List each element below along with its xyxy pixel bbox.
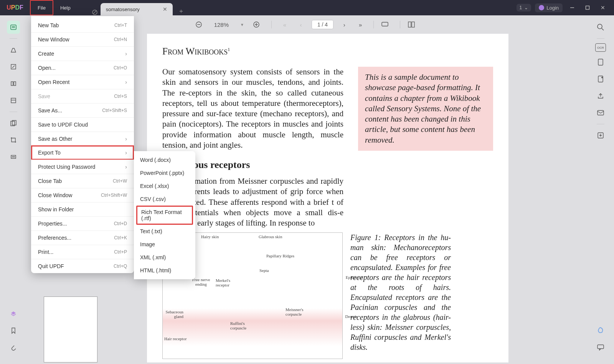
mi-label: Print... [38,249,53,255]
last-page-button[interactable]: » [355,21,366,28]
menu-close-tab[interactable]: Close Tab Ctrl+W [31,174,134,188]
presentation-button[interactable] [381,22,392,27]
menu-open[interactable]: Open... Ctrl+O [31,61,134,75]
mi-label: Save to UPDF Cloud [38,122,88,128]
compress-button[interactable] [594,56,607,69]
mi-label: Show in Folder [38,206,74,212]
comment-button[interactable] [594,341,607,354]
menu-preferences[interactable]: Preferences... Ctrl+K [31,231,134,245]
svg-rect-3 [586,6,589,10]
search-button[interactable] [594,21,607,34]
share-button[interactable] [594,89,607,102]
workspace-selector[interactable]: 1 ⌄ [517,4,531,12]
workspace-count: 1 [520,5,522,10]
export-xml[interactable]: XML (.xml) [134,251,195,264]
first-page-button[interactable]: « [279,21,290,28]
window-controls: 1 ⌄ Login ✕ [517,0,614,15]
paragraph-intro: Our somatosensory system consists of sen… [162,67,343,151]
menu-save-as[interactable]: Save As... Ctrl+Shift+S [31,103,134,117]
page-indicator[interactable]: 1 / 4 [312,20,333,29]
rail-redact-icon[interactable] [7,150,20,163]
fig-label: Sebaceous gland [160,310,183,319]
fig-label: Glabrous skin [259,234,282,239]
tab-close-icon[interactable]: ✕ [163,6,167,12]
next-page-button[interactable]: › [339,21,350,28]
svg-rect-8 [11,82,13,86]
menu-new-window[interactable]: New Window Ctrl+N [31,32,134,46]
email-button[interactable] [594,106,607,119]
view-mode-button[interactable] [408,21,419,28]
rail-highlighter-icon[interactable] [7,43,20,56]
menu-properties[interactable]: Properties... Ctrl+D [31,216,134,231]
login-button[interactable]: Login [535,3,563,12]
menu-save-cloud[interactable]: Save to UPDF Cloud [31,117,134,132]
file-menu-dropdown: New Tab Ctrl+T New Window Ctrl+N Create … [31,16,134,273]
page-thumbnail[interactable] [44,296,97,362]
zoom-dropdown[interactable]: ▼ [237,23,248,27]
svg-point-28 [601,77,603,78]
rail-attachment-icon[interactable] [7,341,20,354]
svg-line-25 [602,28,604,30]
tab-add-button[interactable]: ＋ [173,7,190,15]
section-heading: Cutaneous receptors [162,159,493,171]
maximize-button[interactable] [582,5,593,10]
zoom-in-button[interactable] [253,21,264,28]
export-txt[interactable]: Text (.txt) [134,225,195,238]
close-window-button[interactable]: ✕ [597,5,609,11]
menu-close-window[interactable]: Close Window Ctrl+Shift+W [31,188,134,202]
menu-show-in-folder[interactable]: Show in Folder [31,202,134,216]
mi-label: Save as Other [38,136,73,142]
rail-bookmark-icon[interactable] [7,324,20,337]
rail-form-icon[interactable] [7,94,20,107]
menu-quit[interactable]: Quit UPDF Ctrl+Q [31,259,134,273]
toolbar-separator [400,21,400,28]
minimize-button[interactable] [566,5,578,10]
save-button[interactable] [594,129,607,142]
rail-reader-icon[interactable] [7,21,20,34]
svg-rect-22 [408,22,411,27]
menu-save-other[interactable]: Save as Other › [31,132,134,146]
rail-pages-icon[interactable] [7,77,20,90]
rail-layers-icon[interactable] [7,307,20,320]
tab-doc-icon [89,9,101,15]
export-rtf[interactable]: Rich Text Format (.rtf) [136,206,193,225]
export-xlsx[interactable]: Excel (.xlsx) [134,180,195,193]
prev-page-button[interactable]: ‹ [295,21,306,28]
tab-title: somatosensory [106,7,140,12]
export-csv[interactable]: CSV (.csv) [134,193,195,206]
zoom-out-button[interactable] [195,21,206,28]
svg-rect-4 [11,25,16,30]
mi-shortcut: Ctrl+W [113,178,127,184]
menu-file[interactable]: File [30,0,53,15]
export-image[interactable]: Image [134,238,195,251]
mi-label: Properties... [38,221,67,227]
heading-text: From Wikibooks [162,46,228,56]
menu-export-to[interactable]: Export To › [31,145,134,160]
export-html[interactable]: HTML (.html) [134,264,195,277]
menu-protect[interactable]: Protect Using Password › [31,160,134,174]
export-pptx[interactable]: PowerPoint (.pptx) [134,166,195,180]
menu-open-recent[interactable]: Open Recent › [31,75,134,89]
title-bar: UPDF File Help somatosensory ✕ ＋ 1 ⌄ Log… [0,0,614,15]
rail-separator [10,112,17,112]
ocr-button[interactable]: OCR [595,43,606,52]
rail-separator [597,38,604,39]
flatten-button[interactable] [594,72,607,86]
rail-organize-icon[interactable] [7,117,20,130]
mi-shortcut: Ctrl+P [114,249,127,255]
menu-help[interactable]: Help [53,0,78,15]
menu-create[interactable]: Create › [31,46,134,61]
tab-bar: somatosensory ✕ ＋ [89,0,517,15]
fig-label: Epidermis [346,275,363,280]
rail-edit-icon[interactable] [7,60,20,73]
svg-rect-15 [12,156,15,157]
mi-label: PowerPoint (.pptx) [140,170,184,176]
rail-crop-icon[interactable] [7,133,20,147]
menu-print[interactable]: Print... Ctrl+P [31,245,134,259]
ai-button[interactable] [594,324,607,337]
menu-new-tab[interactable]: New Tab Ctrl+T [31,16,134,32]
tab-active[interactable]: somatosensory ✕ [101,3,173,15]
chevron-right-icon: › [125,79,127,85]
export-word[interactable]: Word (.docx) [134,153,195,166]
svg-point-24 [597,24,602,29]
